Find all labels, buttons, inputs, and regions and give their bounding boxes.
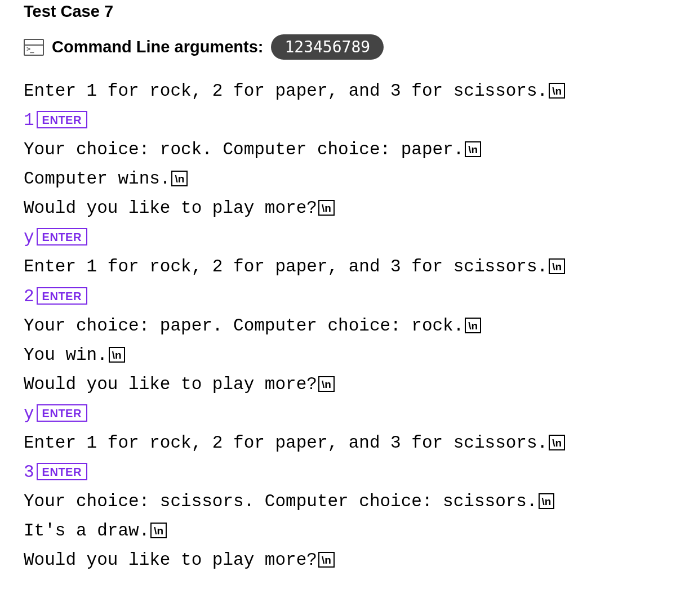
program-output-text: Enter 1 for rock, 2 for paper, and 3 for… (24, 433, 548, 453)
console-input-line: 2ENTER (24, 282, 676, 311)
program-output-text: Your choice: rock. Computer choice: pape… (24, 140, 464, 159)
program-output-text: Would you like to play more? (24, 550, 317, 570)
console-output-line: Your choice: scissors. Computer choice: … (24, 487, 676, 516)
newline-badge: \n (549, 435, 565, 450)
enter-key-badge: ENTER (37, 404, 87, 422)
test-case-panel: Test Case 7 >_ Command Line arguments: 1… (0, 0, 676, 575)
newline-badge: \n (539, 493, 555, 509)
newline-badge: \n (109, 347, 125, 363)
program-output-text: Your choice: scissors. Computer choice: … (24, 492, 537, 511)
user-input-text: 1 (24, 110, 34, 130)
newline-badge: \n (318, 552, 335, 568)
newline-badge: \n (171, 171, 188, 186)
newline-badge: \n (549, 258, 565, 274)
program-output-text: Computer wins. (24, 169, 170, 189)
console-output-line: Your choice: rock. Computer choice: pape… (24, 135, 676, 164)
console-output-line: Your choice: paper. Computer choice: roc… (24, 311, 676, 341)
newline-badge: \n (465, 141, 481, 157)
newline-badge: \n (150, 523, 167, 538)
newline-badge: \n (549, 83, 565, 99)
console-output-line: Would you like to play more?\n (24, 194, 676, 223)
test-case-title: Test Case 7 (24, 2, 676, 21)
console-input-line: yENTER (24, 399, 676, 428)
args-label: Command Line arguments: (52, 38, 263, 56)
terminal-icon: >_ (24, 39, 44, 56)
user-input-text: 3 (24, 462, 34, 482)
console-output-line: Computer wins.\n (24, 164, 676, 194)
console-output-line: Enter 1 for rock, 2 for paper, and 3 for… (24, 77, 676, 106)
program-output-text: Would you like to play more? (24, 198, 317, 218)
enter-key-badge: ENTER (37, 111, 87, 128)
command-line-args-row: >_ Command Line arguments: 123456789 (24, 34, 676, 60)
console-output-line: Would you like to play more?\n (24, 370, 676, 399)
console-output-line: Enter 1 for rock, 2 for paper, and 3 for… (24, 252, 676, 282)
console-output-line: Would you like to play more?\n (24, 546, 676, 575)
program-output-text: It's a draw. (24, 521, 149, 541)
console-output-line: You win.\n (24, 341, 676, 370)
console-output-line: It's a draw.\n (24, 516, 676, 546)
program-output-text: You win. (24, 345, 108, 365)
args-value-pill: 123456789 (271, 34, 384, 60)
newline-badge: \n (318, 200, 335, 216)
user-input-text: y (24, 404, 34, 423)
console-output: Enter 1 for rock, 2 for paper, and 3 for… (24, 77, 676, 575)
program-output-text: Your choice: paper. Computer choice: roc… (24, 316, 464, 336)
program-output-text: Enter 1 for rock, 2 for paper, and 3 for… (24, 81, 548, 101)
console-output-line: Enter 1 for rock, 2 for paper, and 3 for… (24, 428, 676, 458)
console-input-line: yENTER (24, 223, 676, 252)
user-input-text: y (24, 227, 34, 247)
console-input-line: 3ENTER (24, 458, 676, 487)
enter-key-badge: ENTER (37, 463, 87, 480)
program-output-text: Enter 1 for rock, 2 for paper, and 3 for… (24, 257, 548, 276)
program-output-text: Would you like to play more? (24, 374, 317, 394)
newline-badge: \n (318, 376, 335, 392)
user-input-text: 2 (24, 287, 34, 306)
enter-key-badge: ENTER (37, 287, 87, 305)
enter-key-badge: ENTER (37, 228, 87, 245)
console-input-line: 1ENTER (24, 106, 676, 135)
newline-badge: \n (465, 318, 481, 333)
